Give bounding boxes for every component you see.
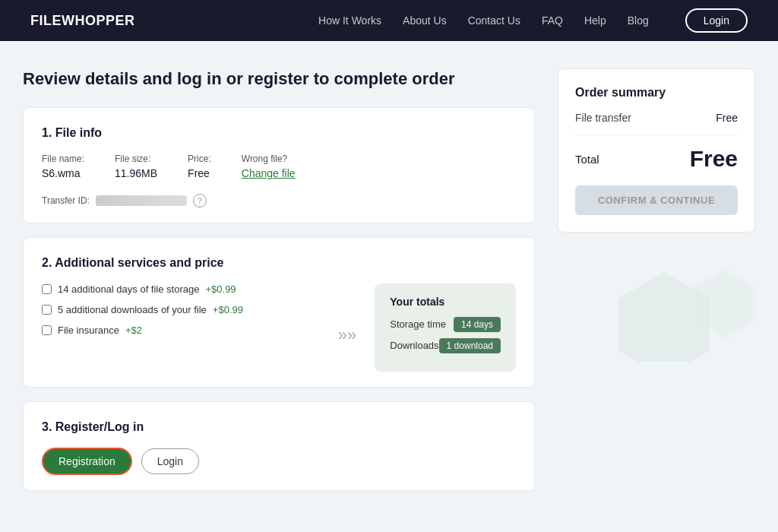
service-checkbox-2[interactable] <box>42 325 52 335</box>
totals-label-0: Storage time <box>390 318 446 330</box>
price-value: Free <box>188 167 210 179</box>
arrow-right-icon: »» <box>338 325 356 345</box>
totals-value-0: 14 days <box>454 317 501 332</box>
file-info-card: 1. File info File name: S6.wma File size… <box>23 107 535 223</box>
order-total-label: Total <box>575 153 599 166</box>
totals-box: Your totals Storage time 14 days Downloa… <box>375 283 516 372</box>
wrong-file-label: Wrong file? <box>242 154 296 164</box>
nav-how-it-works[interactable]: How It Works <box>318 14 381 27</box>
hex-decoration <box>558 240 755 362</box>
nav-about-us[interactable]: About Us <box>403 14 447 27</box>
services-container: 14 additional days of file storage +$0.9… <box>42 283 516 372</box>
login-button[interactable]: Login <box>685 8 748 33</box>
file-name-value: S6.wma <box>42 167 81 179</box>
navbar: FILEWHOPPER How It Works About Us Contac… <box>0 0 778 41</box>
page-title: Review details and log in or register to… <box>23 68 535 90</box>
file-info-section-label: 1. File info <box>42 126 516 140</box>
nav-blog[interactable]: Blog <box>628 14 649 27</box>
file-size-label: File size: <box>115 154 157 164</box>
price-label: Price: <box>188 154 211 164</box>
order-total-value: Free <box>690 146 738 172</box>
totals-row-1: Downloads 1 download <box>390 338 501 353</box>
main-content: Review details and log in or register to… <box>0 41 778 527</box>
service-item-2: File insurance +$2 <box>42 325 320 336</box>
nav-contact-us[interactable]: Contact Us <box>468 14 520 27</box>
nav-faq[interactable]: FAQ <box>542 14 563 27</box>
question-icon[interactable]: ? <box>193 194 207 207</box>
transfer-id-row: Transfer ID: ? <box>42 194 516 207</box>
service-label-2: File insurance <box>58 325 119 336</box>
confirm-continue-button[interactable]: CONFIRM & CONTINUE <box>575 185 738 215</box>
service-price-2: +$2 <box>125 325 142 336</box>
service-label-1: 5 additional downloads of your file <box>58 304 207 315</box>
registration-button[interactable]: Registration <box>42 448 132 475</box>
left-column: Review details and log in or register to… <box>23 68 535 505</box>
service-price-1: +$0.99 <box>213 304 243 315</box>
nav-help[interactable]: Help <box>584 14 606 27</box>
order-file-transfer-row: File transfer Free <box>575 112 738 135</box>
totals-row-0: Storage time 14 days <box>390 317 501 332</box>
login-outline-button[interactable]: Login <box>141 448 199 474</box>
totals-label-1: Downloads <box>390 340 438 351</box>
file-name-label: File name: <box>42 154 84 164</box>
service-checkbox-1[interactable] <box>42 305 52 315</box>
services-card: 2. Additional services and price 14 addi… <box>23 237 535 388</box>
order-summary-box: Order summary File transfer Free Total F… <box>558 68 755 233</box>
wrong-file-item: Wrong file? Change file <box>242 154 296 180</box>
register-buttons: Registration Login <box>42 448 516 475</box>
file-name-item: File name: S6.wma <box>42 154 84 180</box>
order-file-transfer-value: Free <box>716 112 738 124</box>
right-column: Order summary File transfer Free Total F… <box>558 68 755 505</box>
price-item: Price: Free <box>188 154 211 180</box>
service-checkbox-0[interactable] <box>42 284 52 294</box>
transfer-id-label: Transfer ID: <box>42 195 90 206</box>
totals-title: Your totals <box>390 296 501 308</box>
service-label-0: 14 additional days of file storage <box>58 283 199 295</box>
file-size-value: 11.96MB <box>115 167 157 179</box>
service-item-1: 5 additional downloads of your file +$0.… <box>42 304 320 315</box>
service-price-0: +$0.99 <box>205 283 236 295</box>
order-total-row: Total Free <box>575 146 738 172</box>
service-item-0: 14 additional days of file storage +$0.9… <box>42 283 320 295</box>
file-size-item: File size: 11.96MB <box>115 154 157 180</box>
transfer-id-bar <box>96 195 187 206</box>
register-section-label: 3. Register/Log in <box>42 420 516 434</box>
file-info-grid: File name: S6.wma File size: 11.96MB Pri… <box>42 154 516 180</box>
change-file-link[interactable]: Change file <box>242 167 296 179</box>
order-file-transfer-label: File transfer <box>575 112 631 124</box>
brand-logo: FILEWHOPPER <box>30 13 135 29</box>
nav-links: How It Works About Us Contact Us FAQ Hel… <box>318 8 748 33</box>
order-summary-title: Order summary <box>575 86 738 100</box>
services-section-label: 2. Additional services and price <box>42 256 516 270</box>
register-card: 3. Register/Log in Registration Login <box>23 401 535 491</box>
totals-value-1: 1 download <box>439 338 501 353</box>
services-list: 14 additional days of file storage +$0.9… <box>42 283 320 345</box>
